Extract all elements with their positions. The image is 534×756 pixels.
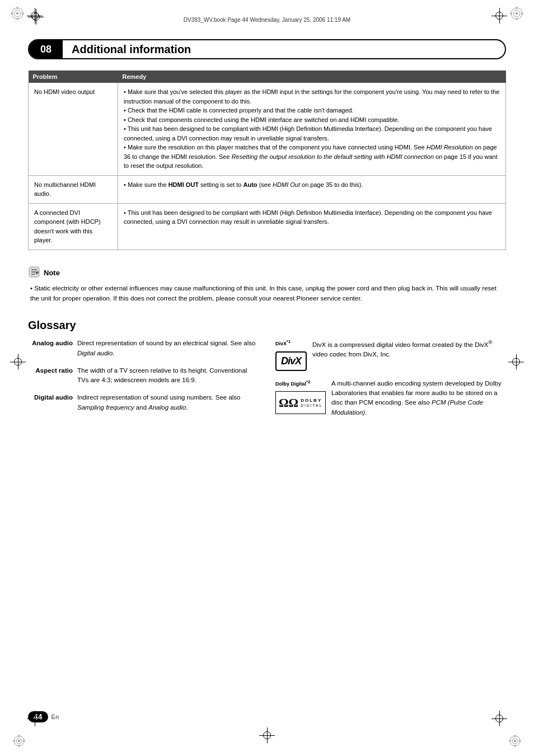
glossary-def-dolby: A multi-channel audio encoding system de… bbox=[331, 379, 506, 417]
glossary-left-column: Analog audio Direct representation of so… bbox=[28, 339, 259, 417]
problem-cell-1: No HDMI video output bbox=[29, 83, 118, 175]
dolby-dd-symbol: ΩΩ bbox=[279, 393, 298, 412]
table-header-problem: Problem bbox=[29, 71, 118, 83]
problem-text-3: A connected DVI component (with HDCP) do… bbox=[34, 209, 101, 244]
bottom-left-spiral bbox=[11, 733, 27, 750]
glossary-logo-dolby: Dolby Digital*2 ΩΩ DOLBY DIGITAL bbox=[275, 379, 326, 415]
chapter-header: 08 Additional information bbox=[28, 39, 506, 59]
language-label: En bbox=[51, 713, 59, 720]
divx-label: DivX*1 bbox=[275, 339, 291, 348]
remedy-cell-2: • Make sure the HDMI OUT setting is set … bbox=[118, 175, 506, 203]
note-content: • Static electricity or other external i… bbox=[28, 283, 506, 304]
pencil-icon bbox=[28, 266, 40, 278]
bottom-center-crosshair bbox=[259, 727, 275, 745]
troubleshooting-table: Problem Remedy No HDMI video output • Ma… bbox=[28, 71, 506, 250]
note-section: Note • Static electricity or other exter… bbox=[28, 261, 506, 308]
glossary-right-column: DivX*1 DivX DivX is a compressed digital… bbox=[275, 339, 506, 417]
remedy-text-1c: • Check that components connected using … bbox=[124, 116, 399, 123]
table-header-remedy: Remedy bbox=[118, 71, 506, 83]
glossary-section: Glossary Analog audio Direct representat… bbox=[28, 319, 506, 417]
crosshair-bottom-left bbox=[27, 711, 43, 728]
table-row: No HDMI video output • Make sure that yo… bbox=[29, 83, 506, 175]
crosshair-bottom-right bbox=[491, 711, 507, 728]
remedy-text-2: • Make sure the HDMI OUT setting is set … bbox=[124, 181, 363, 188]
glossary-item-dolby: Dolby Digital*2 ΩΩ DOLBY DIGITAL A multi… bbox=[275, 379, 506, 417]
remedy-text-3: • This unit has been designed to be comp… bbox=[124, 209, 492, 226]
remedy-text-1d: • This unit has been designed to be comp… bbox=[124, 125, 492, 142]
dolby-digital-text: DIGITAL bbox=[301, 403, 322, 407]
table-row: A connected DVI component (with HDCP) do… bbox=[29, 203, 506, 250]
problem-cell-3: A connected DVI component (with HDCP) do… bbox=[29, 203, 118, 250]
glossary-term-digital-audio: Digital audio bbox=[28, 393, 73, 402]
glossary-logo-divx: DivX*1 DivX bbox=[275, 339, 307, 371]
note-header: Note bbox=[28, 266, 506, 280]
chapter-title: Additional information bbox=[63, 43, 191, 56]
top-bar: DV393_WV.book Page 44 Wednesday, January… bbox=[0, 0, 534, 34]
note-label: Note bbox=[44, 269, 60, 277]
problem-cell-2: No multichannel HDMI audio. bbox=[29, 175, 118, 203]
glossary-def-divx: DivX is a compressed digital video forma… bbox=[312, 339, 506, 359]
divx-logo-image: DivX bbox=[275, 351, 307, 371]
main-content: Problem Remedy No HDMI video output • Ma… bbox=[28, 71, 506, 417]
svg-point-21 bbox=[18, 740, 20, 742]
dolby-label: Dolby Digital*2 bbox=[275, 379, 310, 388]
chapter-number: 08 bbox=[29, 40, 63, 58]
dolby-logo-image: ΩΩ DOLBY DIGITAL bbox=[275, 391, 326, 414]
glossary-item-divx: DivX*1 DivX DivX is a compressed digital… bbox=[275, 339, 506, 371]
glossary-def-aspect-ratio: The width of a TV screen relative to its… bbox=[77, 366, 259, 386]
dolby-text-block: DOLBY DIGITAL bbox=[301, 398, 322, 407]
remedy-text-1e: • Make sure the resolution on this playe… bbox=[124, 144, 498, 169]
glossary-term-aspect-ratio: Aspect ratio bbox=[28, 366, 73, 375]
remedy-text-1a: • Make sure that you've selected this pl… bbox=[124, 88, 499, 105]
glossary-item-digital-audio: Digital audio Indirect representation of… bbox=[28, 393, 259, 412]
file-info: DV393_WV.book Page 44 Wednesday, January… bbox=[184, 17, 350, 23]
glossary-def-digital-audio: Indirect representation of sound using n… bbox=[77, 393, 259, 412]
dolby-brand: DOLBY bbox=[301, 398, 322, 403]
problem-text-1: No HDMI video output bbox=[34, 88, 95, 95]
glossary-item-aspect-ratio: Aspect ratio The width of a TV screen re… bbox=[28, 366, 259, 386]
glossary-item-analog-audio: Analog audio Direct representation of so… bbox=[28, 339, 259, 358]
glossary-def-analog-audio: Direct representation of sound by an ele… bbox=[77, 339, 259, 358]
note-icon bbox=[28, 266, 40, 280]
svg-point-28 bbox=[514, 740, 516, 742]
glossary-title: Glossary bbox=[28, 319, 506, 332]
remedy-text-1b: • Check that the HDMI cable is connected… bbox=[124, 107, 354, 114]
crosshair-right-mid bbox=[508, 354, 524, 372]
crosshair-left-mid bbox=[10, 354, 26, 372]
table-row: No multichannel HDMI audio. • Make sure … bbox=[29, 175, 506, 203]
bottom-registration-marks bbox=[0, 733, 534, 750]
glossary-grid: Analog audio Direct representation of so… bbox=[28, 339, 506, 417]
problem-text-2: No multichannel HDMI audio. bbox=[34, 181, 96, 198]
remedy-cell-1: • Make sure that you've selected this pl… bbox=[118, 83, 506, 175]
bottom-right-spiral bbox=[507, 733, 523, 750]
glossary-term-analog-audio: Analog audio bbox=[28, 339, 73, 348]
remedy-cell-3: • This unit has been designed to be comp… bbox=[118, 203, 506, 250]
